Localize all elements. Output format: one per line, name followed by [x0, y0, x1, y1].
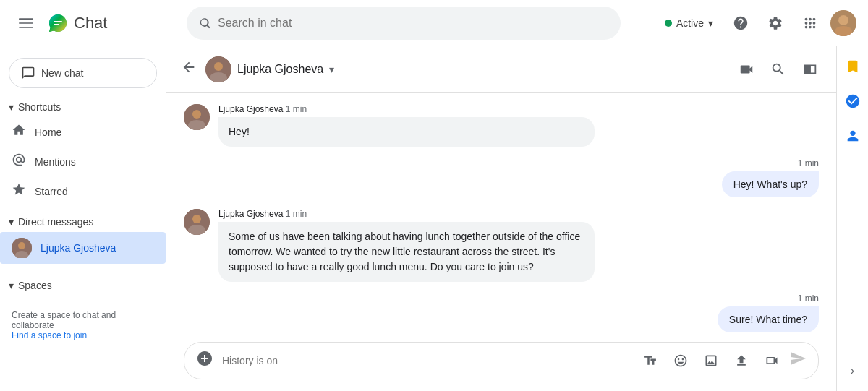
- expand-icon[interactable]: ›: [838, 356, 867, 385]
- video-icon[interactable]: [757, 346, 786, 375]
- spaces-chevron-icon: ▾: [9, 280, 14, 291]
- chat-area: Ljupka Gjosheva ▾: [166, 46, 836, 391]
- sender-name: Ljupka Gjosheva: [218, 209, 283, 219]
- direct-messages-header[interactable]: ▾ Direct messages: [0, 212, 166, 232]
- svg-rect-1: [19, 22, 33, 24]
- spaces-label: Spaces: [18, 280, 52, 291]
- mentions-label: Mentions: [35, 156, 76, 168]
- menu-icon[interactable]: [12, 9, 41, 38]
- sidebar-item-home[interactable]: Home: [0, 117, 166, 147]
- home-icon: [12, 123, 26, 141]
- message-content: Ljupka Gjosheva 1 min Some of us have be…: [218, 209, 819, 282]
- message-input[interactable]: [216, 355, 636, 366]
- active-dot: [665, 20, 672, 27]
- starred-label: Starred: [35, 186, 68, 197]
- search-input[interactable]: [218, 17, 609, 30]
- chat-contact-name: Ljupka Gjosheva: [237, 63, 323, 76]
- direct-messages-label: Direct messages: [18, 216, 93, 228]
- send-button[interactable]: [786, 347, 809, 374]
- back-button[interactable]: [178, 56, 200, 82]
- message-time-right: 1 min: [798, 293, 819, 304]
- sidebar-item-starred[interactable]: Starred: [0, 176, 166, 206]
- tasks-icon[interactable]: [838, 87, 867, 116]
- message-bubble: Some of us have been talking about havin…: [218, 222, 595, 282]
- sidebar: New chat ▾ Shortcuts Home Mentions Starr…: [0, 46, 166, 391]
- app-title: Chat: [74, 14, 107, 33]
- mentions-icon: [12, 152, 26, 171]
- star-icon: [12, 182, 26, 200]
- bubble-right: Sure! What time?: [718, 306, 819, 332]
- new-chat-icon: [21, 66, 35, 80]
- message-avatar: [184, 104, 210, 130]
- message-right-2: 1 min Hey! What's up?: [184, 158, 819, 197]
- emoji-icon[interactable]: [666, 346, 695, 375]
- message-right-content: 1 min Sure! What time?: [718, 293, 819, 332]
- shortcuts-label: Shortcuts: [18, 101, 61, 113]
- chat-header-right: [732, 55, 825, 84]
- spaces-hint-text: Create a space to chat and collaborate: [12, 310, 154, 330]
- svg-point-10: [18, 242, 25, 249]
- new-chat-button[interactable]: New chat: [9, 58, 157, 88]
- home-label: Home: [35, 126, 61, 138]
- upload-icon[interactable]: [727, 346, 756, 375]
- message-bubble: Hey!: [218, 117, 595, 147]
- svg-rect-0: [19, 18, 33, 20]
- chat-header: Ljupka Gjosheva ▾: [166, 46, 836, 93]
- active-label: Active: [676, 17, 704, 29]
- svg-rect-5: [54, 24, 59, 25]
- contacts-icon[interactable]: [838, 121, 867, 150]
- topbar-left: Chat: [12, 9, 178, 38]
- svg-point-16: [192, 110, 201, 119]
- shortcuts-chevron-icon: ▾: [9, 101, 14, 113]
- message-group-3: Ljupka Gjosheva 1 min Some of us have be…: [184, 209, 819, 282]
- message-avatar: [184, 209, 210, 235]
- svg-point-7: [838, 15, 848, 25]
- app-logo: Chat: [46, 12, 107, 35]
- message-time-right: 1 min: [798, 158, 819, 168]
- input-box: [184, 342, 819, 379]
- find-space-link[interactable]: Find a space to join: [12, 330, 87, 340]
- sidebar-item-mentions[interactable]: Mentions: [0, 147, 166, 176]
- dm-chevron-icon: ▾: [9, 216, 14, 228]
- video-call-icon[interactable]: [732, 55, 761, 84]
- message-meta: Ljupka Gjosheva 1 min: [218, 104, 819, 114]
- user-avatar[interactable]: [830, 10, 856, 36]
- search-chat-icon[interactable]: [764, 55, 793, 84]
- svg-point-13: [214, 62, 223, 71]
- active-contact-label: Ljupka Gjosheva: [41, 242, 116, 254]
- active-status-button[interactable]: Active ▾: [658, 13, 720, 33]
- contact-avatar: [12, 238, 32, 258]
- new-chat-label: New chat: [41, 67, 83, 79]
- shortcuts-header[interactable]: ▾ Shortcuts: [0, 97, 166, 117]
- message-group-1: Ljupka Gjosheva 1 min Hey!: [184, 104, 819, 147]
- message-time: 1 min: [286, 104, 307, 114]
- chat-contact-avatar: [205, 56, 231, 82]
- sidebar-item-ljupka[interactable]: Ljupka Gjosheva: [0, 232, 166, 264]
- topbar: Chat Active ▾: [0, 0, 868, 46]
- spaces-header[interactable]: ▾ Spaces: [0, 275, 166, 296]
- add-button[interactable]: [193, 347, 216, 374]
- format-text-icon[interactable]: [636, 346, 665, 375]
- settings-icon[interactable]: [761, 9, 790, 38]
- svg-point-19: [192, 215, 201, 223]
- side-panel-icon[interactable]: [796, 55, 825, 84]
- message-content: Ljupka Gjosheva 1 min Hey!: [218, 104, 819, 147]
- topbar-right: Active ▾: [658, 9, 856, 38]
- media-icon[interactable]: [697, 346, 726, 375]
- bubble-right: Hey! What's up?: [722, 171, 819, 197]
- bookmark-icon[interactable]: [838, 52, 867, 81]
- sender-name: Ljupka Gjosheva: [218, 104, 283, 114]
- search-icon: [198, 16, 212, 30]
- message-right-4: 1 min Sure! What time?: [184, 293, 819, 332]
- grid-icon[interactable]: [796, 9, 825, 38]
- svg-rect-4: [54, 21, 62, 22]
- search-bar[interactable]: [187, 7, 621, 40]
- messages-container: Ljupka Gjosheva 1 min Hey! 1 min Hey! Wh…: [166, 93, 836, 333]
- chat-header-left: Ljupka Gjosheva ▾: [178, 56, 732, 82]
- spaces-hint: Create a space to chat and collaborate F…: [0, 301, 166, 385]
- message-meta: Ljupka Gjosheva 1 min: [218, 209, 819, 219]
- help-icon[interactable]: [726, 9, 755, 38]
- google-chat-logo-icon: [46, 12, 69, 35]
- chevron-down-icon: ▾: [708, 17, 713, 29]
- contact-chevron-icon[interactable]: ▾: [329, 64, 334, 75]
